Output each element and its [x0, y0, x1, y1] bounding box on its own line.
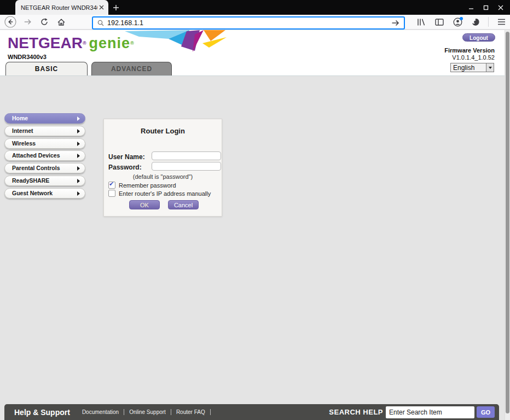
username-label: User Name: — [108, 153, 145, 161]
remember-password-checkbox[interactable] — [108, 182, 115, 189]
brand-genie: genie — [89, 35, 131, 51]
forward-icon[interactable] — [21, 16, 33, 28]
sidebar-item-label: Parental Controls — [12, 165, 60, 171]
page-scrollbar[interactable] — [505, 30, 510, 420]
content-area: Home Internet Wireless Attached Devices … — [0, 75, 505, 420]
password-label: Password: — [108, 164, 142, 171]
password-field[interactable] — [152, 162, 221, 171]
tab-title: NETGEAR Router WNDR340 — [21, 4, 97, 11]
sidebar-item-label: Guest Network — [12, 190, 53, 196]
language-select[interactable]: English — [450, 63, 494, 72]
url-text: 192.168.1.1 — [107, 19, 391, 27]
sidebar-item-label: ReadySHARE — [12, 177, 49, 184]
home-icon[interactable] — [55, 16, 67, 28]
link-documentation[interactable]: Documentation — [82, 409, 124, 415]
go-arrow-icon[interactable] — [391, 20, 399, 26]
sidebar-item-label: Attached Devices — [12, 152, 60, 159]
brand-netgear: NETGEAR — [8, 34, 83, 51]
page-viewport: NETGEAR®genie® WNDR3400v3 Logout Firmwar… — [0, 30, 505, 420]
url-bar[interactable]: 192.168.1.1 — [92, 16, 405, 30]
firmware-label: Firmware Version — [444, 47, 495, 54]
sidebar-item-internet[interactable]: Internet — [4, 126, 85, 136]
browser-toolbar: 192.168.1.1 — [0, 15, 510, 30]
language-value: English — [451, 64, 486, 72]
sidebar-item-label: Wireless — [12, 140, 36, 147]
ok-button[interactable]: OK — [129, 200, 160, 209]
remember-password-label: Remember password — [119, 182, 176, 189]
logout-button[interactable]: Logout — [462, 33, 495, 42]
sidebar-item-guest-network[interactable]: Guest Network — [4, 188, 85, 199]
brand-reg: ® — [83, 40, 86, 46]
login-title: Router Login — [104, 127, 222, 135]
manual-ip-checkbox[interactable] — [108, 190, 115, 197]
chevron-right-icon — [77, 142, 80, 146]
chevron-right-icon — [77, 179, 80, 183]
link-online-support[interactable]: Online Support — [129, 409, 171, 415]
help-support-footer: Help & Support Documentation Online Supp… — [4, 404, 499, 420]
chevron-right-icon — [77, 166, 80, 171]
reload-icon[interactable] — [38, 16, 50, 28]
sidebar-item-home[interactable]: Home — [4, 113, 85, 124]
chevron-right-icon — [77, 116, 80, 121]
firmware-version: V1.0.1.4_1.0.52 — [444, 54, 495, 61]
scrollbar-thumb[interactable] — [506, 32, 509, 413]
sidebar-menu: Home Internet Wireless Attached Devices … — [4, 113, 85, 201]
back-icon[interactable] — [4, 16, 16, 28]
link-router-faq[interactable]: Router FAQ — [176, 409, 211, 415]
firmware-info: Firmware Version V1.0.1.4_1.0.52 — [444, 47, 495, 61]
library-icon[interactable] — [416, 16, 427, 27]
username-field[interactable] — [152, 151, 221, 160]
close-icon[interactable] — [497, 4, 505, 11]
tab-close-icon[interactable] — [97, 4, 105, 11]
toolbar-separator — [488, 17, 489, 27]
browser-tab[interactable]: NETGEAR Router WNDR340 — [15, 0, 108, 15]
sidebar-item-readyshare[interactable]: ReadySHARE — [4, 176, 85, 186]
sidebar-item-wireless[interactable]: Wireless — [4, 138, 85, 149]
sidebar-item-label: Home — [12, 115, 28, 121]
sidebar-item-label: Internet — [12, 127, 33, 134]
chevron-right-icon — [77, 129, 80, 133]
menu-icon[interactable] — [496, 16, 507, 27]
dropdown-arrow-icon — [486, 63, 494, 72]
sidebar-item-parental-controls[interactable]: Parental Controls — [4, 163, 85, 173]
sidebar-icon[interactable] — [434, 16, 445, 27]
chevron-right-icon — [77, 154, 80, 158]
default-password-note: (default is "password") — [104, 173, 222, 180]
chevron-right-icon — [77, 191, 80, 196]
go-button[interactable]: GO — [477, 406, 495, 418]
footer-title: Help & Support — [14, 408, 70, 417]
window-titlebar: NETGEAR Router WNDR340 — [0, 0, 510, 15]
account-badge — [460, 17, 463, 20]
sidebar-item-attached-devices[interactable]: Attached Devices — [4, 150, 85, 161]
router-login-card: Router Login User Name: Password: (defau… — [103, 119, 222, 217]
router-model: WNDR3400v3 — [8, 54, 47, 60]
search-help-label: SEARCH HELP — [329, 408, 383, 416]
tab-advanced[interactable]: ADVANCED — [91, 62, 172, 76]
account-icon[interactable] — [452, 16, 463, 27]
cancel-button[interactable]: Cancel — [168, 200, 199, 209]
ribbon-decoration-icon — [125, 30, 228, 55]
firefox-icon[interactable] — [470, 16, 481, 27]
tab-basic[interactable]: BASIC — [5, 62, 88, 76]
maximize-icon[interactable] — [482, 4, 490, 11]
help-search-input[interactable] — [386, 406, 474, 418]
search-icon — [97, 20, 104, 26]
manual-ip-label: Enter router's IP address manually — [119, 190, 211, 197]
netgear-genie-logo: NETGEAR®genie® — [8, 34, 134, 52]
new-tab-icon[interactable] — [112, 4, 120, 11]
minimize-icon[interactable] — [467, 4, 475, 11]
